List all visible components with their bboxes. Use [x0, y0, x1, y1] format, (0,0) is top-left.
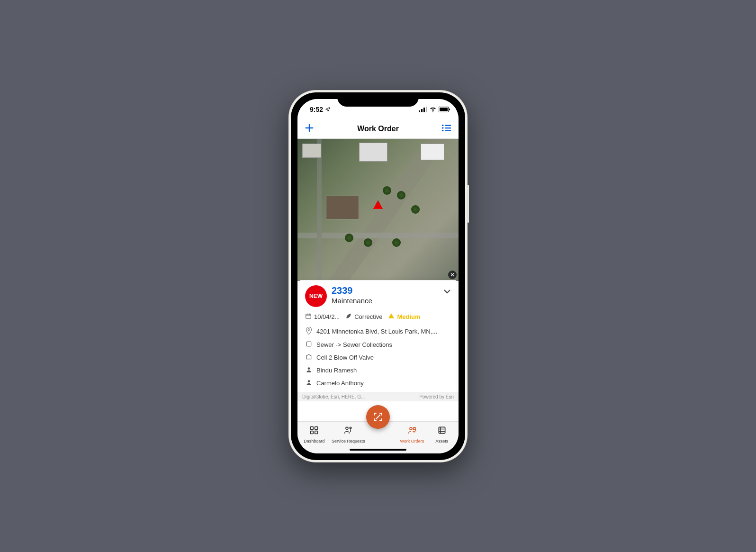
- svg-rect-10: [445, 127, 451, 128]
- map-tree: [397, 191, 405, 199]
- add-button[interactable]: [304, 123, 315, 135]
- work-order-path: Sewer -> Sewer Collections: [316, 341, 392, 348]
- map-building: [326, 196, 359, 219]
- svg-rect-20: [311, 431, 314, 434]
- close-map-button[interactable]: ✕: [448, 271, 457, 279]
- pin-icon: [305, 327, 313, 336]
- wifi-icon: [429, 107, 437, 112]
- calendar-icon: [305, 313, 312, 321]
- map-marker-icon[interactable]: [373, 200, 383, 209]
- map-attribution: DigitalGlobe, Esri, HERE, G... Powered b…: [297, 392, 459, 401]
- workorders-icon: [407, 425, 417, 437]
- map-tree: [392, 238, 401, 247]
- svg-point-7: [442, 125, 444, 127]
- svg-point-16: [308, 367, 310, 370]
- card-header: NEW 2339 Maintenance: [305, 285, 451, 307]
- work-order-person1: Bindu Ramesh: [316, 367, 357, 374]
- status-time: 9:52: [310, 106, 323, 113]
- svg-point-11: [442, 130, 444, 132]
- svg-point-24: [410, 427, 412, 430]
- nav-label: Service Requests: [332, 439, 365, 443]
- asset-icon: [305, 353, 313, 362]
- location-arrow-icon: [325, 107, 331, 112]
- attribution-right: Powered by Esri: [419, 394, 454, 399]
- nav-dashboard[interactable]: Dashboard: [302, 425, 326, 443]
- phone-frame: 9:52: [288, 90, 468, 462]
- work-order-priority: Medium: [397, 313, 420, 320]
- expand-button[interactable]: [443, 285, 451, 296]
- list-button[interactable]: [441, 124, 452, 134]
- svg-rect-21: [315, 431, 318, 434]
- nav-label: Assets: [435, 439, 448, 443]
- page-title: Work Order: [357, 125, 399, 133]
- app-screen: 9:52: [297, 99, 459, 453]
- svg-point-22: [346, 427, 348, 429]
- nav-assets[interactable]: Assets: [430, 425, 454, 443]
- svg-rect-13: [306, 314, 311, 318]
- attribution-left: DigitalGlobe, Esri, HERE, G...: [302, 394, 365, 399]
- map-tree: [364, 238, 372, 247]
- work-order-type: Corrective: [354, 313, 382, 320]
- person-icon: [305, 379, 313, 387]
- svg-rect-3: [426, 107, 427, 112]
- leaf-icon: [345, 313, 352, 321]
- service-icon: [343, 425, 353, 437]
- meta-pill-row: 10/04/2... Corrective Medium: [305, 311, 451, 325]
- header-bar: Work Order: [297, 120, 459, 139]
- phone-inner: 9:52: [291, 92, 465, 460]
- person2-row: Carmelo Anthony: [305, 377, 451, 389]
- cellular-icon: [419, 107, 427, 112]
- map-building: [302, 144, 321, 158]
- svg-point-17: [308, 380, 310, 382]
- status-badge: NEW: [305, 285, 327, 307]
- side-button: [468, 185, 469, 223]
- svg-rect-2: [423, 108, 425, 112]
- svg-rect-6: [449, 109, 450, 110]
- address-row: 4201 Minnetonka Blvd, St Louis Park, MN,…: [305, 325, 451, 338]
- map-building: [421, 144, 444, 160]
- scan-fab-button[interactable]: [366, 405, 390, 429]
- work-order-asset: Cell 2 Blow Off Valve: [316, 354, 374, 361]
- svg-point-9: [442, 127, 444, 129]
- work-order-category: Maintenance: [332, 297, 372, 305]
- nav-label: Work Orders: [400, 439, 424, 443]
- dashboard-icon: [309, 425, 319, 437]
- svg-point-23: [350, 427, 351, 428]
- svg-point-14: [308, 328, 310, 330]
- svg-rect-26: [439, 427, 445, 433]
- nav-service-requests[interactable]: Service Requests: [332, 425, 365, 443]
- svg-rect-15: [306, 342, 311, 346]
- work-order-card: NEW 2339 Maintenance 10/04/2...: [300, 280, 456, 392]
- map-building: [359, 143, 387, 162]
- map-tree: [345, 234, 353, 242]
- path-row: Sewer -> Sewer Collections: [305, 338, 451, 351]
- nav-work-orders[interactable]: Work Orders: [400, 425, 424, 443]
- svg-rect-12: [445, 130, 451, 131]
- svg-rect-18: [311, 426, 314, 429]
- person1-row: Bindu Ramesh: [305, 364, 451, 377]
- map-view[interactable]: ✕: [297, 139, 459, 281]
- work-order-date: 10/04/2...: [314, 313, 340, 320]
- svg-rect-1: [421, 109, 423, 112]
- scan-icon: [372, 411, 384, 423]
- notch: [337, 92, 419, 107]
- svg-point-25: [413, 427, 415, 430]
- svg-rect-0: [419, 110, 420, 112]
- home-indicator[interactable]: [350, 449, 406, 451]
- warning-icon: [388, 313, 395, 321]
- battery-icon: [439, 107, 450, 112]
- svg-rect-8: [445, 125, 451, 126]
- nav-label: Dashboard: [304, 439, 324, 443]
- svg-rect-19: [315, 426, 318, 429]
- layers-icon: [305, 341, 313, 349]
- asset-row: Cell 2 Blow Off Valve: [305, 351, 451, 364]
- work-order-person2: Carmelo Anthony: [316, 380, 364, 387]
- work-order-address: 4201 Minnetonka Blvd, St Louis Park, MN,…: [316, 328, 437, 335]
- assets-icon: [437, 425, 447, 437]
- map-tree: [411, 205, 420, 214]
- svg-rect-5: [440, 108, 448, 111]
- map-tree: [383, 186, 391, 195]
- work-order-id[interactable]: 2339: [332, 285, 372, 296]
- person-icon: [305, 366, 313, 374]
